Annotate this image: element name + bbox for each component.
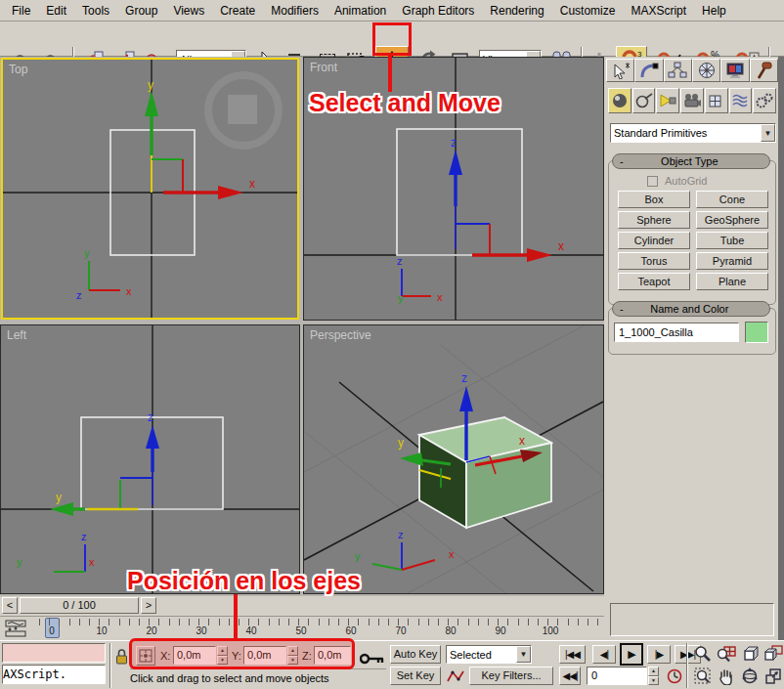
object-type-tube-button[interactable]: Tube: [696, 232, 768, 249]
maxscript-macro-pane[interactable]: [2, 643, 106, 663]
object-type-title: Object Type: [624, 155, 756, 167]
object-type-cylinder-button[interactable]: Cylinder: [618, 232, 690, 249]
time-prev-button[interactable]: <: [2, 597, 18, 614]
tab-create[interactable]: [606, 59, 634, 82]
menu-maxscript[interactable]: MAXScript: [623, 2, 694, 20]
viewport-top-canvas: y x y z x: [3, 60, 297, 318]
tick-70: 70: [390, 625, 412, 636]
category-systems[interactable]: [753, 88, 776, 113]
viewport-perspective-label: Perspective: [310, 328, 371, 342]
time-next-button[interactable]: >: [141, 597, 156, 614]
command-panel: Standard Primitives ▼ - Object Type Auto…: [604, 57, 784, 640]
name-color-rollout-header[interactable]: - Name and Color: [612, 301, 770, 317]
tripod-y-label: y: [84, 247, 90, 259]
time-slider-button[interactable]: 0 / 100: [20, 597, 139, 614]
current-frame-field[interactable]: 0: [587, 667, 647, 685]
previous-frame-button[interactable]: ◀|: [592, 645, 616, 664]
tab-motion[interactable]: [692, 59, 720, 82]
autogrid-checkbox[interactable]: [647, 176, 658, 187]
gizmo-y-label: y: [56, 491, 62, 504]
maximize-viewport-toggle[interactable]: [762, 667, 784, 686]
object-type-cone-button[interactable]: Cone: [696, 191, 768, 208]
set-keys-button[interactable]: [360, 651, 385, 667]
menu-views[interactable]: Views: [165, 2, 212, 20]
menu-graph-editors[interactable]: Graph Editors: [394, 2, 482, 20]
key-filters-button[interactable]: Key Filters...: [469, 667, 553, 685]
menu-create[interactable]: Create: [212, 2, 263, 20]
object-type-rollout-header[interactable]: - Object Type: [612, 153, 770, 169]
tab-modify[interactable]: [634, 59, 663, 82]
go-to-start-button[interactable]: |◀◀: [559, 645, 586, 664]
arc-rotate-button[interactable]: [739, 667, 761, 686]
coords-highlight-box: [129, 638, 355, 669]
tab-utilities[interactable]: [750, 59, 778, 82]
object-type-sphere-button[interactable]: Sphere: [618, 211, 690, 229]
object-type-torus-button[interactable]: Torus: [618, 252, 690, 270]
menu-animation[interactable]: Animation: [327, 2, 394, 20]
lock-icon: [115, 648, 128, 665]
key-selection-dropdown[interactable]: Selected ▼: [446, 645, 532, 664]
frame-spinner[interactable]: ▲▼: [648, 667, 659, 685]
default-in-out-tangents-button[interactable]: [446, 667, 465, 685]
pan-button[interactable]: [716, 667, 737, 686]
tripod-x-label: x: [126, 285, 132, 297]
object-type-teapot-button[interactable]: Teapot: [618, 273, 690, 290]
track-bar[interactable]: 0 10 20 30 40 50 60 70 80 90 100: [0, 616, 604, 640]
object-name-field[interactable]: 1_1000_Casilla: [614, 323, 739, 342]
tick-40: 40: [240, 625, 262, 636]
dropdown-arrow-icon[interactable]: ▼: [761, 124, 775, 142]
cameras-icon: [683, 93, 701, 108]
gizmo-x-label: x: [519, 434, 525, 448]
menu-rendering[interactable]: Rendering: [482, 2, 551, 20]
viewport-top[interactable]: Top y x y z x: [1, 58, 299, 320]
menu-help[interactable]: Help: [694, 2, 734, 20]
menu-tools[interactable]: Tools: [74, 2, 117, 20]
dropdown-arrow-icon[interactable]: ▼: [516, 646, 531, 663]
create-categories: [608, 88, 776, 113]
zoom-region-button[interactable]: [692, 667, 714, 686]
menu-edit[interactable]: Edit: [38, 2, 74, 20]
spinner-down-icon[interactable]: ▼: [648, 676, 659, 686]
object-color-swatch[interactable]: [745, 322, 768, 343]
maxscript-listener-pane[interactable]: AXScript.: [2, 665, 106, 684]
set-key-button[interactable]: Set Key: [390, 667, 441, 685]
key-mode-toggle[interactable]: ◀◀|: [559, 667, 581, 685]
category-cameras[interactable]: [680, 88, 704, 113]
menu-modifiers[interactable]: Modifiers: [263, 2, 327, 20]
zoom-extents-all-button[interactable]: [762, 644, 784, 664]
menu-file[interactable]: File: [4, 2, 38, 20]
auto-key-button[interactable]: Auto Key: [390, 645, 441, 664]
menu-group[interactable]: Group: [117, 2, 165, 20]
play-button[interactable]: ▶: [620, 643, 643, 666]
menu-customize[interactable]: Customize: [552, 2, 624, 20]
status-prompt: Click and drag to select and move object…: [130, 668, 386, 687]
object-type-box-button[interactable]: Box: [618, 191, 690, 208]
category-shapes[interactable]: [632, 88, 656, 113]
tab-display[interactable]: [720, 59, 749, 82]
spinner-up-icon[interactable]: ▲: [648, 667, 659, 676]
command-panel-tabs: [606, 59, 778, 82]
object-type-plane-button[interactable]: Plane: [696, 273, 768, 290]
zoom-button[interactable]: [692, 644, 714, 664]
tab-hierarchy[interactable]: [664, 59, 692, 82]
viewport-left[interactable]: Left y z z y x: [0, 324, 300, 594]
category-spacewarps[interactable]: [729, 88, 753, 113]
zoom-extents-button[interactable]: [739, 644, 761, 664]
category-geometry[interactable]: [608, 88, 632, 113]
3dsmax-window: File Edit Tools Group Views Create Modif…: [0, 0, 784, 689]
key-selection-value: Selected: [447, 649, 516, 661]
object-type-geosphere-button[interactable]: GeoSphere: [696, 211, 768, 229]
category-helpers[interactable]: [705, 88, 728, 113]
primitives-category-dropdown[interactable]: Standard Primitives ▼: [610, 123, 776, 143]
tangent-curve-icon: [447, 668, 464, 684]
time-configuration-button[interactable]: [665, 667, 684, 685]
object-type-pyramid-button[interactable]: Pyramid: [696, 252, 768, 270]
category-lights[interactable]: [656, 88, 679, 113]
zoom-all-button[interactable]: [716, 644, 737, 664]
selection-lock-toggle[interactable]: [114, 646, 129, 666]
zoom-icon: [694, 645, 712, 663]
next-frame-button[interactable]: |▶: [647, 645, 671, 664]
motion-icon: [697, 62, 717, 79]
mini-curve-editor-button[interactable]: [4, 619, 29, 638]
viewport-perspective[interactable]: Perspective z: [303, 324, 604, 594]
